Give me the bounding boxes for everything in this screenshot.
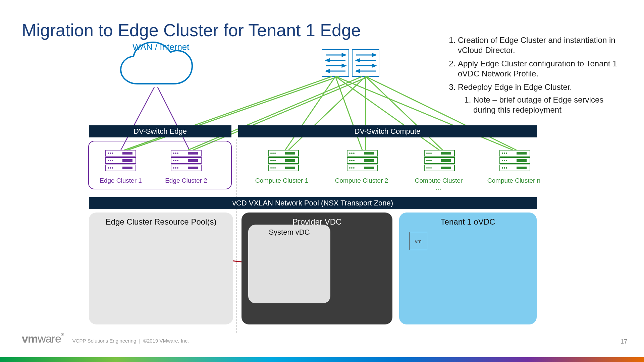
vm-box: vm (409, 232, 427, 250)
footer: vmware® VCPP Solutions Engineering | ©20… (22, 332, 189, 345)
edge-rp-label: Edge Cluster Resource Pool(s) (89, 213, 233, 227)
dvswitch-edge-bar: DV-Switch Edge (89, 125, 231, 137)
compute-cluster-1-label: Compute Cluster 1 (255, 177, 309, 184)
svg-line-39 (335, 76, 439, 150)
compute-cluster-2-label: Compute Cluster 2 (335, 177, 388, 184)
system-vdc-label: System vDC (248, 225, 330, 237)
footer-dept: VCPP Solutions Engineering (72, 338, 137, 344)
bottom-gradient-bar (0, 357, 644, 362)
wan-label: WAN / Internet (132, 42, 190, 52)
edge-rp-box: Edge Cluster Resource Pool(s) (89, 213, 233, 324)
footer-copyright: ©2019 VMware, Inc. (143, 338, 189, 344)
bullet-3-1: Note – brief outage of Edge services dur… (473, 95, 624, 115)
bullet-1: Creation of Edge Cluster and instantiati… (458, 35, 624, 55)
slide-title: Migration to Edge Cluster for Tenant 1 E… (22, 20, 361, 40)
tenant-ovdc-label: Tenant 1 oVDC (399, 213, 537, 227)
edge-cluster-1-label: Edge Cluster 1 (94, 177, 148, 184)
compute-cluster-3-label: Compute Cluster … (412, 177, 466, 192)
svg-line-34 (193, 76, 369, 150)
svg-line-37 (335, 76, 362, 150)
switch-icon (352, 50, 379, 76)
bullet-list: Creation of Edge Cluster and instantiati… (446, 35, 624, 118)
system-vdc-box: System vDC (248, 225, 330, 303)
slide: Migration to Edge Cluster for Tenant 1 E… (0, 0, 644, 362)
vmware-logo: vmware® (22, 332, 64, 345)
page-number: 17 (621, 338, 627, 345)
vxlan-pool-bar: vCD VXLAN Network Pool (NSX Transport Zo… (89, 197, 537, 209)
svg-line-31 (124, 76, 332, 150)
separator-line (236, 139, 237, 333)
switch-icon (322, 50, 349, 76)
bullet-3-text: Redeploy Edge in Edge Cluster. (458, 82, 572, 92)
tenant-ovdc-box: Tenant 1 oVDC (399, 213, 537, 324)
svg-line-32 (127, 76, 339, 150)
edge-cluster-2-label: Edge Cluster 2 (159, 177, 213, 184)
svg-line-40 (366, 76, 443, 150)
compute-cluster-n-label: Compute Cluster n (487, 177, 541, 184)
dvswitch-compute-bar: DV-Switch Compute (238, 125, 537, 137)
svg-line-36 (288, 76, 366, 150)
footer-text: VCPP Solutions Engineering | ©2019 VMwar… (72, 338, 189, 344)
svg-line-33 (188, 76, 362, 150)
bullet-2: Apply Edge Cluster configuration to Tena… (458, 59, 624, 79)
svg-line-35 (285, 76, 335, 150)
bullet-3: Redeploy Edge in Edge Cluster. Note – br… (458, 82, 624, 115)
